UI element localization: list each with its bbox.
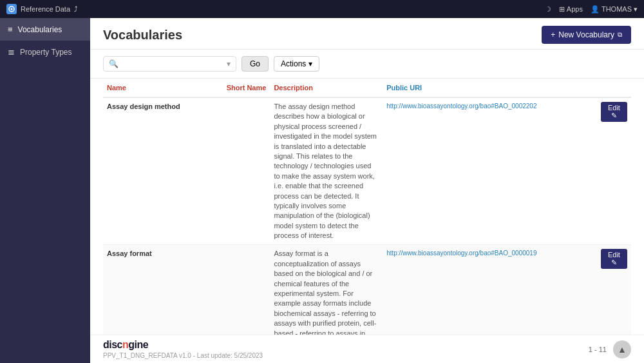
content-header: Vocabularies + New Vocabulary ⧉	[90, 18, 644, 50]
cell-short-name	[223, 245, 270, 335]
sidebar-item-property-types[interactable]: ≣ Property Types	[0, 41, 90, 63]
branding-section: discngine PPV_T1_DNG_REFDATA v1.0 - Last…	[103, 339, 263, 359]
page-title: Vocabularies	[103, 28, 182, 43]
scroll-to-top-button[interactable]: ▲	[613, 340, 631, 358]
cell-short-name	[223, 97, 270, 245]
apps-grid-icon: ⊞	[559, 5, 565, 14]
content-area: Vocabularies + New Vocabulary ⧉ 🔍 ▾ Go A…	[90, 18, 644, 363]
cell-name: Assay format	[103, 245, 223, 335]
actions-chevron-icon: ▾	[308, 59, 312, 68]
new-vocabulary-button[interactable]: + New Vocabulary ⧉	[542, 26, 631, 44]
vocabularies-icon: ≡	[8, 25, 13, 34]
edit-button[interactable]: Edit ✎	[601, 102, 627, 122]
cell-uri: http://www.bioassayontology.org/bao#BAO_…	[383, 97, 597, 245]
col-header-actions	[597, 79, 631, 97]
col-header-public-uri: Public URI	[383, 79, 597, 97]
cell-edit: Edit ✎	[597, 245, 631, 335]
table-header-row: Name Short Name Description Public URI	[103, 79, 631, 97]
svg-point-1	[11, 8, 13, 10]
go-button[interactable]: Go	[242, 56, 269, 72]
brand-logo: discngine	[103, 339, 263, 351]
col-header-short-name: Short Name	[223, 79, 270, 97]
plus-icon: +	[551, 30, 555, 39]
app-logo	[6, 4, 17, 14]
pagination-area: discngine PPV_T1_DNG_REFDATA v1.0 - Last…	[90, 335, 644, 363]
brand-version: PPV_T1_DNG_REFDATA v1.0 - Last update: 5…	[103, 352, 263, 359]
actions-button[interactable]: Actions ▾	[274, 56, 319, 72]
chevron-icon[interactable]: ▾	[227, 59, 231, 68]
table-body: Assay design methodThe assay design meth…	[103, 97, 631, 335]
cell-uri: http://www.bioassayontology.org/bao#BAO_…	[383, 245, 597, 335]
cell-name: Assay design method	[103, 97, 223, 245]
user-menu[interactable]: 👤 THOMAS ▾	[591, 5, 638, 14]
col-header-name: Name	[103, 79, 223, 97]
cell-description: The assay design method describes how a …	[270, 97, 383, 245]
cell-edit: Edit ✎	[597, 97, 631, 245]
edit-button[interactable]: Edit ✎	[601, 249, 627, 269]
search-icon: 🔍	[109, 59, 118, 68]
cell-description: Assay format is a conceptualization of a…	[270, 245, 383, 335]
sidebar-item-label: Property Types	[20, 48, 71, 57]
pagination-count: 1 - 11	[589, 346, 607, 353]
topbar-left: Reference Data ⤴	[6, 4, 78, 14]
moon-icon[interactable]: ☽	[545, 5, 551, 14]
apps-label[interactable]: ⊞ Apps	[559, 5, 583, 14]
search-input[interactable]	[121, 59, 224, 68]
table-row: Assay design methodThe assay design meth…	[103, 97, 631, 245]
window-icon: ⧉	[618, 31, 622, 39]
toolbar: 🔍 ▾ Go Actions ▾	[90, 50, 644, 79]
share-icon[interactable]: ⤴	[74, 5, 78, 13]
topbar: Reference Data ⤴ ☽ ⊞ Apps 👤 THOMAS ▾	[0, 0, 644, 18]
table-container: Name Short Name Description Public URI A…	[90, 79, 644, 335]
table-row: Assay formatAssay format is a conceptual…	[103, 245, 631, 335]
main-layout: ≡ Vocabularies ≣ Property Types Vocabula…	[0, 18, 644, 363]
sidebar: ≡ Vocabularies ≣ Property Types	[0, 18, 90, 363]
user-icon: 👤	[591, 5, 600, 14]
sidebar-item-vocabularies[interactable]: ≡ Vocabularies	[0, 18, 90, 41]
chevron-down-icon: ▾	[634, 5, 638, 14]
topbar-right: ☽ ⊞ Apps 👤 THOMAS ▾	[545, 5, 638, 14]
property-types-icon: ≣	[8, 47, 15, 57]
search-container: 🔍 ▾	[103, 56, 236, 72]
sidebar-item-label: Vocabularies	[18, 25, 62, 34]
vocabularies-table: Name Short Name Description Public URI A…	[103, 79, 631, 335]
app-title: Reference Data	[21, 5, 70, 13]
col-header-description: Description	[270, 79, 383, 97]
